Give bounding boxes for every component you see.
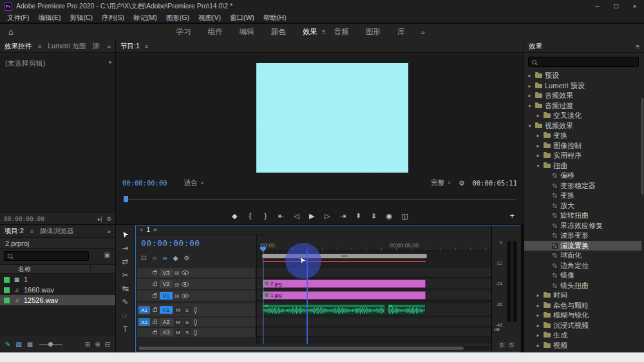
twirl-icon[interactable]: ▸ bbox=[535, 143, 541, 149]
step-back-button[interactable]: ◁ bbox=[293, 212, 299, 220]
track-name-A2[interactable]: A2 bbox=[160, 318, 173, 326]
mark-out-button[interactable]: } bbox=[262, 212, 269, 220]
effects-folder-图像控制[interactable]: ▸图像控制 bbox=[524, 141, 641, 151]
workspace-tab-颜色[interactable]: 颜色 bbox=[263, 27, 294, 37]
mute-button[interactable]: M bbox=[175, 329, 182, 336]
sync-lock-icon[interactable]: ▤ bbox=[175, 293, 180, 299]
zoom-level-select[interactable]: 适合 ∨ bbox=[184, 178, 204, 187]
track-name-V1[interactable]: V1 bbox=[160, 292, 173, 300]
twirl-icon[interactable]: ▸ bbox=[535, 303, 541, 309]
menu-item[interactable]: 图形(G) bbox=[162, 14, 194, 23]
list-view-icon[interactable]: ▤ bbox=[15, 341, 21, 348]
lock-icon[interactable] bbox=[153, 294, 157, 298]
panel-overflow-icon[interactable]: » bbox=[107, 43, 111, 50]
lock-icon[interactable] bbox=[153, 309, 157, 312]
effects-folder-时间[interactable]: ▸时间 bbox=[524, 291, 641, 301]
panel-tab-效果控件[interactable]: 效果控件 bbox=[5, 42, 32, 51]
program-preview[interactable] bbox=[256, 63, 408, 173]
go-to-out-button[interactable]: ⇥ bbox=[339, 212, 346, 220]
mute-button[interactable]: M bbox=[175, 307, 182, 314]
effect-item-旋转扭曲[interactable]: 旋转扭曲 bbox=[524, 211, 641, 221]
effects-search-input[interactable] bbox=[528, 57, 639, 67]
effect-item-球面化[interactable]: 球面化 bbox=[524, 251, 641, 261]
voiceover-mic-icon[interactable] bbox=[194, 330, 197, 335]
effect-item-偏移[interactable]: 偏移 bbox=[524, 171, 641, 181]
ripple-edit-tool[interactable]: ⇄ bbox=[116, 254, 135, 268]
play-button[interactable]: ▶ bbox=[308, 212, 315, 220]
track-lane-A1[interactable] bbox=[257, 303, 491, 316]
effects-folder-生成[interactable]: ▸生成 bbox=[524, 330, 641, 341]
comparison-view-button[interactable]: ◫ bbox=[401, 212, 408, 220]
workspace-tab-学习[interactable]: 学习 bbox=[168, 27, 200, 37]
add-marker-icon[interactable]: ◆ bbox=[173, 254, 178, 262]
timeline-zoom-scrollbar[interactable] bbox=[262, 254, 427, 258]
effects-tab[interactable]: 效果 bbox=[529, 42, 542, 51]
panel-menu-icon[interactable]: ≡ bbox=[153, 226, 157, 233]
source-patch[interactable]: A1 bbox=[138, 306, 150, 314]
twirl-icon[interactable]: ▸ bbox=[535, 133, 541, 138]
effects-folder-Lumetri 预设[interactable]: ▸Lumetri 预设 bbox=[524, 81, 641, 91]
effect-item-波形变形[interactable]: 波形变形 bbox=[524, 231, 641, 241]
close-button[interactable]: × bbox=[625, 0, 644, 13]
panel-overflow-icon[interactable]: » bbox=[107, 227, 111, 235]
twirl-icon[interactable]: ▸ bbox=[535, 332, 541, 338]
track-lane-A3[interactable] bbox=[257, 328, 491, 337]
timeline-hscrollbar[interactable] bbox=[137, 346, 489, 350]
minimize-button[interactable]: ─ bbox=[588, 0, 607, 13]
effects-scrollbar[interactable] bbox=[641, 98, 643, 195]
panel-options-icon[interactable]: ▣ bbox=[104, 251, 110, 258]
panel-menu-icon[interactable]: ≡ bbox=[30, 228, 33, 234]
solo-button[interactable]: S bbox=[184, 329, 191, 336]
mute-button[interactable]: M bbox=[175, 319, 182, 326]
workspace-overflow-icon[interactable]: » bbox=[421, 28, 424, 36]
effect-item-边角定位[interactable]: 边角定位 bbox=[524, 261, 641, 271]
track-header-V1[interactable]: V1▤ bbox=[137, 291, 255, 301]
timeline-lanes[interactable]: :00:0000:00:05:00 2.jpg1.jpg bbox=[256, 234, 491, 344]
slip-tool[interactable]: ↹ bbox=[116, 281, 135, 295]
menu-item[interactable]: 视图(V) bbox=[194, 14, 225, 23]
effects-folder-预设[interactable]: ▸预设 bbox=[524, 71, 641, 81]
workspace-tab-编辑[interactable]: 编辑 bbox=[231, 27, 263, 37]
track-output-eye-icon[interactable] bbox=[182, 294, 189, 298]
effects-folder-模糊与锐化[interactable]: ▸模糊与锐化 bbox=[524, 310, 641, 321]
menu-item[interactable]: 序列(S) bbox=[97, 14, 129, 23]
panel-menu-icon[interactable]: ≡ bbox=[145, 43, 148, 50]
track-header-V2[interactable]: V2▤ bbox=[137, 279, 255, 289]
delete-icon[interactable]: ⊟ bbox=[105, 341, 110, 348]
track-name-V2[interactable]: V2 bbox=[160, 280, 173, 288]
twirl-icon[interactable]: ▸ bbox=[527, 83, 533, 89]
effect-item-变换[interactable]: 变换 bbox=[524, 191, 641, 201]
column-header-name[interactable]: 名称 bbox=[0, 264, 115, 274]
panel-tab-源:[interactable]: 源: bbox=[92, 42, 100, 51]
menu-item[interactable]: 帮助(H) bbox=[259, 14, 291, 23]
effects-folder-音频效果[interactable]: ▸音频效果 bbox=[524, 91, 641, 101]
effect-item-放大[interactable]: 放大 bbox=[524, 201, 641, 211]
play-in-to-out-icon[interactable]: ▸| bbox=[98, 216, 102, 222]
lock-icon[interactable] bbox=[153, 271, 157, 274]
meter-solo-button[interactable]: S bbox=[498, 341, 506, 348]
new-item-icon[interactable]: ⊕ bbox=[95, 341, 100, 348]
nest-toggle-icon[interactable]: ⊡ bbox=[141, 254, 146, 262]
twirl-icon[interactable]: ▸ bbox=[535, 292, 541, 298]
settings-wrench-icon[interactable]: ⚙ bbox=[459, 179, 464, 187]
icon-view-icon[interactable]: ▦ bbox=[27, 341, 33, 348]
close-icon[interactable]: × bbox=[140, 226, 144, 233]
menu-item[interactable]: 剪辑(C) bbox=[65, 14, 97, 23]
lift-button[interactable]: ⇞ bbox=[355, 212, 361, 220]
workspace-tab-图形[interactable]: 图形 bbox=[357, 27, 389, 37]
panel-tab-Lumetri 范围[interactable]: Lumetri 范围 bbox=[48, 42, 86, 51]
menu-item[interactable]: 标记(M) bbox=[129, 14, 162, 23]
panel-tab-项目:2[interactable]: 项目:2 bbox=[5, 227, 24, 236]
effects-folder-交叉淡化[interactable]: ▸交叉淡化 bbox=[524, 111, 641, 121]
project-item[interactable]: ♫12526.wav bbox=[0, 295, 115, 305]
snap-icon[interactable]: ∩ bbox=[152, 254, 156, 262]
go-to-in-button[interactable]: ⇤ bbox=[278, 212, 284, 220]
twirl-icon[interactable]: ▾ bbox=[527, 103, 533, 109]
maximize-button[interactable]: ☐ bbox=[607, 0, 625, 13]
workspace-tab-组件[interactable]: 组件 bbox=[200, 27, 231, 37]
linked-selection-icon[interactable]: ∞ bbox=[163, 254, 167, 262]
step-forward-button[interactable]: ▷ bbox=[324, 212, 330, 220]
track-name-A3[interactable]: A3 bbox=[160, 329, 173, 336]
panel-menu-icon[interactable]: ≡ bbox=[38, 43, 41, 50]
twirl-icon[interactable]: ▾ bbox=[535, 163, 541, 169]
